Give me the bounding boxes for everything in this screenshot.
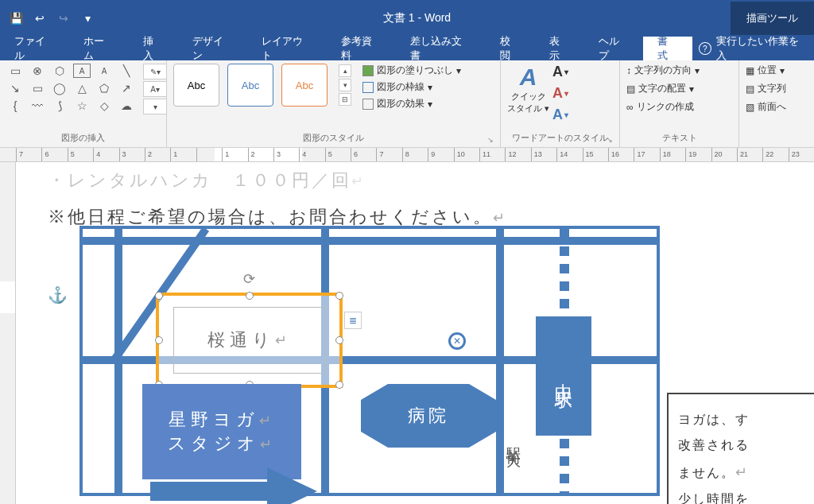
resize-handle[interactable]: [246, 292, 254, 300]
redo-button[interactable]: ↪: [54, 9, 73, 28]
wrap-text-button[interactable]: ▤文字列: [746, 82, 786, 95]
shape-rect-icon[interactable]: ▭: [29, 81, 46, 95]
tab-file[interactable]: ファイル: [0, 37, 69, 60]
station-shape[interactable]: 中央駅: [536, 316, 591, 436]
group-label-wordart: ワードアートのスタイル↘: [507, 130, 613, 145]
textbox-content[interactable]: 桜通り: [207, 328, 275, 352]
tellme-search[interactable]: ? 実行したい作業を入: [692, 34, 814, 63]
shape-fill-button[interactable]: 図形の塗りつぶし ▾: [362, 64, 461, 77]
tab-insert[interactable]: 挿入: [129, 37, 178, 60]
tab-view[interactable]: 表示: [535, 37, 584, 60]
shape-text-a-icon[interactable]: A: [73, 64, 91, 78]
map-marker-icon[interactable]: ✕: [448, 332, 466, 350]
horizontal-ruler[interactable]: 7654321123456789101112131415161718192021…: [0, 148, 814, 162]
tab-layout[interactable]: レイアウト: [247, 37, 327, 60]
group-label-shapes: 図形の挿入: [6, 130, 160, 145]
shape-arc-icon[interactable]: ⟆: [51, 99, 68, 113]
edit-shape-button[interactable]: ✎▾: [143, 64, 167, 79]
fill-icon: [362, 65, 374, 76]
draw-textbox-button[interactable]: A▾: [143, 81, 167, 97]
text-direction-button[interactable]: ↕文字列の方向 ▾: [626, 64, 700, 77]
tab-home[interactable]: ホーム: [69, 37, 129, 60]
map-drawing[interactable]: ✕ ⟳ 桜通り↵ ≣ 星野ヨガ↵ スタジオ↵ 病院 中央駅 駅前大: [79, 226, 660, 496]
road-vertical-3[interactable]: [496, 229, 504, 493]
shape-more-button[interactable]: ▾: [143, 99, 167, 114]
style-preset-1[interactable]: Abc: [173, 64, 219, 107]
shape-oval-icon[interactable]: ◯: [51, 81, 68, 95]
style-preset-2[interactable]: Abc: [227, 64, 273, 107]
style-preset-3[interactable]: Abc: [281, 64, 328, 107]
road-horizontal-2[interactable]: [83, 237, 657, 245]
style-scroll-down[interactable]: ▾: [339, 79, 351, 91]
vertical-ruler[interactable]: [0, 162, 16, 504]
layout-options-button[interactable]: ≣: [344, 312, 362, 329]
shape-callout-icon[interactable]: ◇: [95, 99, 113, 113]
bulb-icon: ?: [699, 42, 711, 55]
shape-gallery[interactable]: ▭ ⊗ ⬡ A A ╲ ↘ ▭ ◯ △ ⬠ ↗ { 〰 ⟆ ☆ ◇ ☁: [6, 64, 135, 113]
side-textbox[interactable]: ヨガは、す 改善される ません。↵ 少し時間を を楽しんでみ 星野ヨガス: [667, 393, 814, 504]
resize-handle[interactable]: [155, 336, 163, 344]
ekimae-label[interactable]: 駅前大: [504, 436, 523, 445]
align-text-button[interactable]: ▤文字の配置 ▾: [626, 82, 700, 95]
shape-brace-icon[interactable]: {: [6, 99, 24, 113]
save-button[interactable]: 💾: [6, 9, 25, 28]
text-effects-button[interactable]: A▾: [552, 107, 568, 123]
shape-curve-icon[interactable]: 〰: [29, 99, 46, 113]
bring-forward-button[interactable]: ▧前面へ: [746, 100, 786, 114]
shape-pentagon-icon[interactable]: ⬠: [95, 81, 113, 95]
quick-styles-button[interactable]: A クイック スタイル ▾: [507, 64, 549, 114]
forward-icon: ▧: [746, 102, 754, 113]
shape-hexagon-icon[interactable]: ⬡: [51, 64, 68, 78]
rotate-handle-icon[interactable]: ⟳: [243, 270, 255, 288]
anchor-icon: ⚓: [48, 285, 68, 304]
tab-references[interactable]: 参考資料: [327, 37, 396, 60]
position-button[interactable]: ▦位置 ▾: [746, 64, 786, 77]
paragraph-mark-icon: ↵: [493, 210, 507, 226]
resize-handle[interactable]: [155, 292, 163, 300]
text-fill-button[interactable]: A▾: [552, 64, 568, 80]
wrap-icon: ▤: [746, 83, 754, 95]
shape-star-icon[interactable]: ☆: [73, 99, 91, 113]
shape-text-a2-icon[interactable]: A: [95, 64, 113, 78]
shape-effects-button[interactable]: 図形の効果 ▾: [362, 97, 461, 110]
shape-circle-x-icon[interactable]: ⊗: [29, 64, 46, 78]
tellme-label: 実行したい作業を入: [716, 34, 808, 63]
shape-line-icon[interactable]: ╲: [118, 64, 135, 78]
resize-handle[interactable]: [335, 381, 343, 389]
style-scroll-up[interactable]: ▴: [339, 64, 351, 77]
selected-textbox[interactable]: ⟳ 桜通り↵ ≣: [156, 293, 343, 388]
style-more[interactable]: ⊟: [339, 93, 351, 106]
shape-cloud-icon[interactable]: ☁: [118, 99, 135, 113]
document-page[interactable]: ・レンタルハンカ １００円／回↵ ※他日程ご希望の場合は、お問合わせください。↵…: [16, 162, 814, 504]
shape-arrow-icon[interactable]: ↗: [118, 81, 135, 95]
shape-style-gallery[interactable]: Abc Abc Abc ▴ ▾ ⊟: [173, 64, 351, 107]
shape-outline-button[interactable]: 図形の枠線 ▾: [362, 80, 461, 94]
tab-format[interactable]: 書式: [643, 37, 692, 60]
wordart-launcher[interactable]: ↘: [607, 136, 613, 144]
group-wordart-styles: A クイック スタイル ▾ A▾ A▾ A▾ ワードアートのスタイル↘: [501, 60, 620, 147]
shape-triangle-icon[interactable]: △: [73, 81, 91, 95]
styles-launcher[interactable]: ↘: [487, 136, 494, 144]
undo-button[interactable]: ↩: [30, 9, 49, 28]
tab-mailings[interactable]: 差し込み文書: [396, 37, 486, 60]
create-link-button[interactable]: ∞リンクの作成: [626, 100, 700, 114]
hospital-shape[interactable]: 病院: [361, 384, 496, 448]
paragraph-1: ・レンタルハンカ １００円／回↵: [48, 162, 814, 199]
tab-help[interactable]: ヘルプ: [584, 37, 644, 60]
studio-shape[interactable]: 星野ヨガ↵ スタジオ↵: [142, 384, 301, 479]
ribbon-tabs: ファイル ホーム 挿入 デザイン レイアウト 参考資料 差し込み文書 校閲 表示…: [0, 37, 814, 60]
tab-review[interactable]: 校閲: [486, 37, 535, 60]
road-vertical-1[interactable]: [114, 229, 122, 493]
group-insert-shapes: ▭ ⊗ ⬡ A A ╲ ↘ ▭ ◯ △ ⬠ ↗ { 〰 ⟆ ☆ ◇ ☁ ✎▾: [0, 60, 167, 147]
resize-handle[interactable]: [335, 292, 343, 300]
shape-textbox-icon[interactable]: ▭: [6, 64, 24, 78]
shape-gallery-controls: ✎▾ A▾ ▾: [143, 64, 167, 114]
shape-connector-icon[interactable]: ↘: [6, 81, 24, 95]
qat-dropdown[interactable]: ▾: [78, 9, 97, 28]
title-bar: 💾 ↩ ↪ ▾ 文書 1 - Word 描画ツール: [0, 0, 814, 37]
paragraph-mark-icon: ↵: [351, 173, 366, 189]
resize-handle[interactable]: [335, 336, 343, 344]
window-title: 文書 1 - Word: [103, 11, 731, 25]
text-outline-button[interactable]: A▾: [552, 85, 568, 102]
tab-design[interactable]: デザイン: [178, 37, 247, 60]
